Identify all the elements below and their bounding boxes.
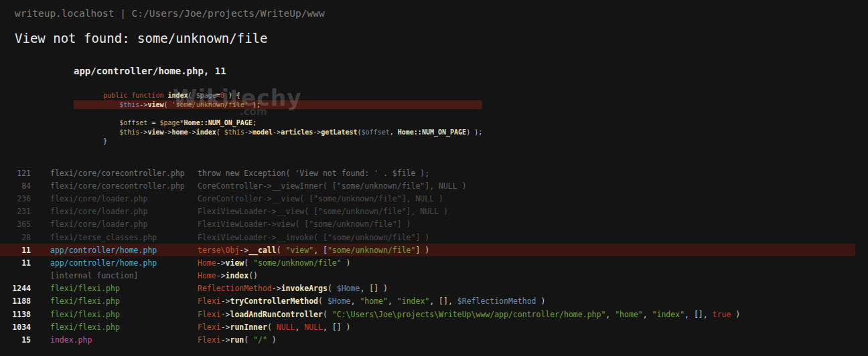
code-token: ( bbox=[163, 101, 171, 108]
code-token: NULL bbox=[277, 323, 295, 332]
code-token: loadAndRunController bbox=[230, 310, 322, 319]
code-token: view bbox=[226, 258, 244, 268]
code-token: "view" bbox=[286, 246, 314, 255]
stack-trace-row: 84flexi/core/corecontroller.phpCoreContr… bbox=[0, 179, 855, 192]
stack-trace-row: 121flexi/core/corecontroller.phpthrow ne… bbox=[0, 167, 855, 179]
code-line-highlighted: $this->view( 'some/unknown/file' ); bbox=[74, 100, 482, 110]
code-token: , bbox=[605, 310, 615, 319]
call-signature: terse\Obj->__call( "view", ["some/unknow… bbox=[198, 246, 429, 255]
code-token: true bbox=[713, 310, 731, 319]
code-token: "home" bbox=[615, 310, 643, 319]
code-token: -> bbox=[221, 296, 230, 306]
call-signature: Flexi->loadAndRunController( "C:\Users\J… bbox=[198, 310, 740, 319]
code-token: -> bbox=[139, 101, 147, 108]
code-token: ( bbox=[216, 128, 224, 136]
code-token: , bbox=[388, 296, 397, 306]
code-token: ) bbox=[536, 296, 546, 306]
code-token: Home bbox=[198, 271, 216, 280]
stack-trace-row: 365flexi/core/loader.phpFlexiViewLoader-… bbox=[0, 218, 855, 231]
line-number: 15 bbox=[0, 335, 31, 345]
code-token: "C:\Users\Joe\projects\WriteUp\www/app/c… bbox=[332, 310, 606, 319]
code-token: $this bbox=[119, 101, 139, 108]
code-token: -> bbox=[163, 128, 171, 136]
code-token: -> bbox=[216, 258, 226, 268]
code-token: index bbox=[226, 271, 249, 280]
line-number: 365 bbox=[0, 219, 31, 229]
file-path: [internal function] bbox=[50, 271, 198, 280]
stack-trace-row: 1138flexi/flexi.phpFlexi->loadAndRunCont… bbox=[0, 308, 855, 321]
code-token: throw new Exception( 'View not found: ' … bbox=[198, 169, 429, 178]
code-token: -> bbox=[273, 128, 281, 136]
code-snippet: public function index( $page=0 ) { $this… bbox=[74, 91, 482, 146]
code-token: "some/unknown/file" bbox=[253, 258, 342, 268]
code-token: Home::NUM_ON_PAGE bbox=[184, 119, 252, 126]
file-path: flexi/core/corecontroller.php bbox=[50, 181, 198, 191]
stack-trace-row: 11app/controller/home.phpHome->view( "so… bbox=[0, 256, 855, 269]
code-token: "some/unknown/file" bbox=[328, 246, 416, 255]
line-number: 1034 bbox=[0, 323, 31, 332]
code-token: -> bbox=[313, 128, 321, 136]
code-token: $Home bbox=[337, 284, 360, 293]
file-path: flexi/flexi.php bbox=[50, 296, 198, 306]
code-token: getLatest bbox=[321, 128, 357, 136]
code-token: FlexiViewLoader->view( ["some/unknown/fi… bbox=[198, 219, 411, 229]
line-number: 11 bbox=[0, 258, 31, 268]
code-token: ) ); bbox=[466, 128, 482, 136]
line-number: 84 bbox=[0, 181, 31, 191]
line-number: 231 bbox=[0, 207, 31, 216]
code-token: Flexi bbox=[198, 335, 221, 345]
call-signature: Flexi->runInner( NULL, NULL, [] ) bbox=[198, 323, 351, 332]
code-token: ( bbox=[244, 335, 253, 345]
code-token: , [], bbox=[684, 310, 713, 319]
code-token: home bbox=[172, 128, 188, 136]
code-token: FlexiViewLoader->__view( ["some/unknown/… bbox=[198, 207, 448, 216]
call-signature: Flexi->tryControllerMethod( $Home, "home… bbox=[198, 296, 545, 306]
code-token: ) { bbox=[224, 92, 240, 99]
code-line: $this->view->home->index( $this->model->… bbox=[74, 128, 482, 137]
line-number: 1188 bbox=[0, 296, 31, 306]
code-token: Flexi bbox=[198, 323, 221, 332]
stack-trace-row: [internal function]Home->index() bbox=[0, 270, 855, 282]
code-token: -> bbox=[188, 128, 196, 136]
call-signature: CoreController->__view( ["some/unknown/f… bbox=[198, 194, 443, 203]
code-token: , [] ) bbox=[323, 323, 351, 332]
code-line: public function index( $page=0 ) { bbox=[74, 91, 482, 100]
code-token: Home bbox=[198, 258, 216, 268]
code-token: , bbox=[351, 296, 360, 306]
code-token: ( bbox=[328, 284, 337, 293]
file-path: flexi/core/corecontroller.php bbox=[50, 169, 198, 178]
file-path: index.php bbox=[50, 335, 198, 345]
code-token bbox=[79, 119, 119, 126]
stack-trace-row: 1188flexi/flexi.phpFlexi->tryControllerM… bbox=[0, 295, 855, 308]
code-token: -> bbox=[139, 128, 147, 136]
code-token bbox=[79, 92, 103, 99]
call-signature: Home->view( "some/unknown/file" ) bbox=[198, 258, 351, 268]
code-token: ( bbox=[267, 323, 277, 332]
code-token: , bbox=[390, 128, 398, 136]
file-path: flexi/core/loader.php bbox=[50, 219, 198, 229]
file-path: flexi/flexi.php bbox=[50, 284, 198, 293]
code-token: model bbox=[252, 128, 273, 136]
call-signature: FlexiViewLoader->view( ["some/unknown/fi… bbox=[198, 219, 411, 229]
code-token: , [ bbox=[313, 246, 328, 255]
code-line: $offset = $page*Home::NUM_ON_PAGE; bbox=[74, 118, 482, 128]
code-token: ( bbox=[244, 258, 253, 268]
code-token: tryControllerMethod bbox=[230, 296, 318, 306]
stack-trace-row: 231flexi/core/loader.phpFlexiViewLoader-… bbox=[0, 205, 855, 218]
code-token: $offset bbox=[119, 119, 147, 126]
code-token: ( bbox=[188, 92, 196, 99]
host-path-header: writeup.localhost | C:/Users/Joe/project… bbox=[15, 8, 325, 19]
stack-trace-row: 236flexi/core/loader.phpCoreController->… bbox=[0, 192, 855, 205]
code-token: -> bbox=[221, 310, 230, 319]
code-token: = bbox=[147, 119, 159, 126]
code-token: ) bbox=[731, 310, 740, 319]
code-token: index bbox=[196, 128, 216, 136]
code-line: } bbox=[74, 137, 482, 146]
code-token: ReflectionMethod bbox=[198, 284, 272, 293]
stack-trace-row-highlighted: 11app/controller/home.phpterse\Obj->__ca… bbox=[0, 244, 855, 256]
call-signature: FlexiViewLoader->__invoke( ["some/unknow… bbox=[198, 233, 429, 242]
error-title: View not found: some/unknown/file bbox=[15, 31, 268, 46]
call-signature: ReflectionMethod->invokeArgs( $Home, [] … bbox=[198, 284, 388, 293]
code-token: $page bbox=[159, 119, 179, 126]
call-signature: Flexi->run( "/" ) bbox=[198, 335, 277, 345]
